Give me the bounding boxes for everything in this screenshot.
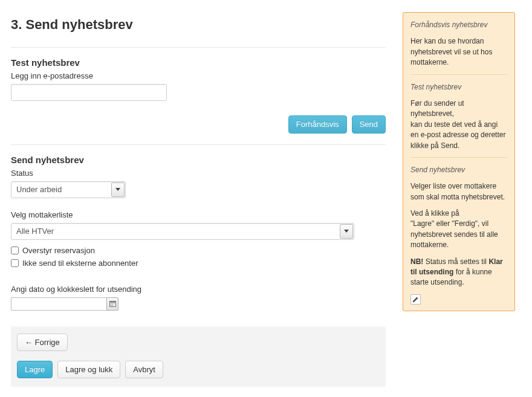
help-preview-heading: Forhåndsvis nyhetsbrev bbox=[410, 20, 507, 30]
page-title: 3. Send nyhetsbrev bbox=[11, 17, 386, 33]
divider bbox=[11, 47, 386, 48]
help-send-body2: Ved å klikke på "Lagre" eller "Ferdig", … bbox=[410, 208, 507, 251]
svg-rect-5 bbox=[111, 305, 112, 306]
datetime-field[interactable] bbox=[11, 297, 106, 311]
divider bbox=[11, 144, 386, 145]
help-preview-body: Her kan du se hvordan nyhetsbrevet vil s… bbox=[410, 36, 507, 68]
chevron-down-icon[interactable] bbox=[340, 224, 353, 239]
recipient-list-value: Alle HTVer bbox=[16, 227, 54, 236]
no-external-label: Ikke send til eksterne abonnenter bbox=[22, 259, 138, 268]
help-panel: Forhåndsvis nyhetsbrev Her kan du se hvo… bbox=[403, 12, 515, 311]
pencil-icon bbox=[412, 296, 419, 303]
help-text: klikke på Send. bbox=[410, 141, 459, 150]
svg-rect-3 bbox=[112, 303, 113, 305]
chevron-down-icon[interactable] bbox=[111, 182, 125, 197]
send-test-button[interactable]: Send bbox=[352, 115, 386, 134]
svg-rect-4 bbox=[114, 303, 115, 305]
save-button[interactable]: Lagre bbox=[17, 361, 53, 379]
svg-rect-6 bbox=[112, 305, 113, 306]
help-text: "Lagre" eller "Ferdig", vil nyhetsbrevet… bbox=[410, 219, 498, 238]
edit-help-button[interactable] bbox=[410, 294, 421, 305]
status-select-value: Under arbeid bbox=[16, 185, 62, 194]
override-reservation-label: Overstyr reservasjon bbox=[22, 246, 95, 255]
help-test-body: Før du sender ut nyhetsbrevet, kan du te… bbox=[410, 98, 507, 151]
help-text: mottakerne. bbox=[410, 240, 449, 249]
help-test-heading: Test nyhetsbrev bbox=[410, 82, 507, 92]
help-send-body1: Velger liste over mottakere som skal mot… bbox=[410, 181, 507, 202]
help-nb-prefix: NB! bbox=[410, 257, 423, 266]
save-and-close-button[interactable]: Lagre og lukk bbox=[57, 361, 120, 379]
help-send-nb: NB! Status må settes til Klar til utsend… bbox=[410, 257, 507, 288]
calendar-icon[interactable] bbox=[106, 297, 118, 311]
recipient-list-label: Velg mottakerliste bbox=[11, 210, 386, 219]
help-text: Før du sender ut nyhetsbrevet, bbox=[410, 99, 464, 118]
email-field[interactable] bbox=[11, 84, 167, 101]
svg-rect-1 bbox=[109, 302, 115, 303]
help-text: Ved å klikke på bbox=[410, 209, 459, 218]
svg-rect-2 bbox=[111, 303, 112, 305]
email-label: Legg inn e-postadresse bbox=[11, 71, 386, 80]
test-section-heading: Test nyhetsbrev bbox=[11, 57, 386, 68]
divider bbox=[410, 157, 507, 158]
help-text: Status må settes til bbox=[423, 257, 488, 266]
override-reservation-checkbox[interactable] bbox=[11, 247, 19, 254]
previous-button[interactable]: ← Forrige bbox=[17, 334, 68, 351]
help-text: kan du teste det ved å angi en e-post ad… bbox=[410, 120, 505, 139]
cancel-button[interactable]: Avbryt bbox=[125, 361, 163, 379]
status-label: Status bbox=[11, 169, 386, 178]
help-send-heading: Send nyhetsbrev bbox=[410, 165, 507, 175]
recipient-list-select[interactable]: Alle HTVer bbox=[11, 223, 354, 240]
send-section-heading: Send nyhetsbrev bbox=[11, 155, 386, 165]
status-select[interactable]: Under arbeid bbox=[11, 181, 126, 198]
preview-button[interactable]: Forhåndsvis bbox=[288, 115, 347, 134]
divider bbox=[410, 74, 507, 75]
datetime-label: Angi dato og klokkeslett for utsending bbox=[11, 285, 386, 294]
no-external-checkbox[interactable] bbox=[11, 259, 19, 267]
